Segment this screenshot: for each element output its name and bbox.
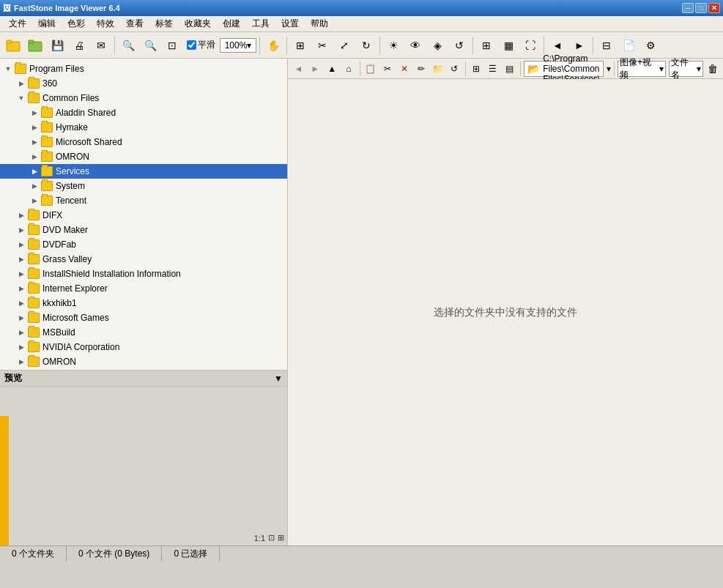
sort-dropdown-icon[interactable]: ▾ <box>697 64 701 74</box>
tb-prev[interactable]: ◄ <box>547 35 568 56</box>
tb-brightness[interactable]: ☀ <box>383 35 404 56</box>
expand-root[interactable]: ▼ <box>3 64 13 74</box>
expand-omron1[interactable]: ▶ <box>29 152 40 162</box>
menu-file[interactable]: 文件 <box>3 16 32 31</box>
file-type-dropdown-icon[interactable]: ▾ <box>659 64 664 74</box>
tree-item-system[interactable]: ▶ System <box>0 179 287 193</box>
nav-home-button[interactable]: ⌂ <box>341 61 357 77</box>
nav-details-button[interactable]: ▤ <box>502 61 517 77</box>
sort-selector[interactable]: 文件名 ▾ <box>669 61 704 77</box>
expand-services[interactable]: ▶ <box>29 166 40 176</box>
expand-installshield[interactable]: ▶ <box>16 269 26 279</box>
tb-folder-tree[interactable] <box>25 35 45 56</box>
tree-item-ms-shared[interactable]: ▶ Microsoft Shared <box>0 135 287 149</box>
expand-ie[interactable]: ▶ <box>16 283 26 294</box>
expand-system[interactable]: ▶ <box>29 181 40 191</box>
nav-move-button[interactable]: ✂ <box>379 61 395 77</box>
expand-msbuild[interactable]: ▶ <box>16 327 26 338</box>
tree-root[interactable]: ▼ Program Files <box>0 62 287 76</box>
expand-difx[interactable]: ▶ <box>16 210 26 220</box>
expand-common-files[interactable]: ▼ <box>16 93 26 103</box>
nav-forward-button[interactable]: ► <box>308 61 323 77</box>
tb-multipage[interactable]: 📄 <box>618 35 639 56</box>
menu-help[interactable]: 帮助 <box>305 16 334 31</box>
menu-color[interactable]: 色彩 <box>62 16 91 31</box>
tree-item-omron2[interactable]: ▶ OMRON <box>0 354 287 369</box>
menu-edit[interactable]: 编辑 <box>32 16 62 31</box>
tb-fullscreen[interactable]: ⛶ <box>520 35 541 56</box>
tb-save[interactable]: 💾 <box>47 35 67 56</box>
preview-expand-icon[interactable]: ⊞ <box>278 533 284 543</box>
expand-grass-valley[interactable]: ▶ <box>16 254 26 264</box>
nav-newfolder-button[interactable]: 📁 <box>430 61 445 77</box>
menu-create[interactable]: 创建 <box>217 16 246 31</box>
expand-ms-shared[interactable]: ▶ <box>29 137 40 147</box>
nav-list-button[interactable]: ☰ <box>486 61 501 77</box>
menu-effects[interactable]: 特效 <box>91 16 120 31</box>
close-button[interactable]: ✕ <box>708 3 720 13</box>
trash-button[interactable]: 🗑 <box>705 61 720 77</box>
tb-next[interactable]: ► <box>569 35 590 56</box>
tb-print[interactable]: 🖨 <box>69 35 89 56</box>
tb-sharpen[interactable]: ◈ <box>427 35 448 56</box>
tb-hand[interactable]: ✋ <box>263 35 283 56</box>
tb-redEye[interactable]: 👁 <box>405 35 426 56</box>
tree-item-kkxhikb1[interactable]: ▶ kkxhikb1 <box>0 296 287 310</box>
expand-msgames[interactable]: ▶ <box>16 313 26 323</box>
tree-item-services[interactable]: ▶ Services <box>0 164 287 179</box>
address-bar[interactable]: 📂 C:\Program Files\Common Files\Services… <box>524 61 604 77</box>
expand-dvdmaker[interactable]: ▶ <box>16 225 26 235</box>
tb-crop[interactable]: ✂ <box>312 35 333 56</box>
expand-tencent[interactable]: ▶ <box>29 196 40 206</box>
tree-item-omron1[interactable]: ▶ OMRON <box>0 149 287 164</box>
nav-back-button[interactable]: ◄ <box>291 61 306 77</box>
address-dropdown[interactable]: ▾ <box>607 64 611 74</box>
nav-delete-button[interactable]: ✕ <box>396 61 412 77</box>
expand-hymake[interactable]: ▶ <box>29 122 40 133</box>
tb-settings2[interactable]: ⚙ <box>640 35 661 56</box>
smooth-checkbox[interactable]: 平滑 <box>184 39 218 51</box>
menu-tags[interactable]: 标签 <box>149 16 179 31</box>
preview-collapse-icon[interactable]: ▼ <box>274 373 283 384</box>
tb-zoom-in[interactable]: 🔍 <box>118 35 138 56</box>
zoom-dropdown-icon[interactable]: ▾ <box>247 40 251 51</box>
tree-item-tencent[interactable]: ▶ Tencent <box>0 193 287 208</box>
tree-item-ie[interactable]: ▶ Internet Explorer <box>0 281 287 296</box>
tree-item-dvdmaker[interactable]: ▶ DVD Maker <box>0 223 287 237</box>
tree-item-360[interactable]: ▶ 360 <box>0 76 287 91</box>
nav-rename-button[interactable]: ✏ <box>413 61 429 77</box>
tree-item-grass-valley[interactable]: ▶ Grass Valley <box>0 252 287 267</box>
nav-copy-button[interactable]: 📋 <box>363 61 378 77</box>
tree-item-common-files[interactable]: ▼ Common Files <box>0 91 287 105</box>
expand-360[interactable]: ▶ <box>16 78 26 89</box>
expand-dvdfab[interactable]: ▶ <box>16 239 26 250</box>
tb-refresh[interactable]: ↺ <box>449 35 470 56</box>
preview-fit-icon[interactable]: ⊡ <box>268 533 275 543</box>
nav-refresh-button[interactable]: ↺ <box>447 61 462 77</box>
tb-resize[interactable]: ⤢ <box>334 35 355 56</box>
tb-rotate[interactable]: ↻ <box>356 35 377 56</box>
expand-aladdin[interactable]: ▶ <box>29 108 40 118</box>
tree-item-difx[interactable]: ▶ DIFX <box>0 208 287 223</box>
menu-settings[interactable]: 设置 <box>275 16 305 31</box>
minimize-button[interactable]: ─ <box>682 3 694 13</box>
menu-tools[interactable]: 工具 <box>246 16 275 31</box>
tree-area[interactable]: ▼ Program Files ▶ 360 ▼ Common Files ▶ A… <box>0 59 287 370</box>
tree-item-aladdin[interactable]: ▶ Aladdin Shared <box>0 105 287 120</box>
tree-item-nvidia[interactable]: ▶ NVIDIA Corporation <box>0 340 287 354</box>
tb-actual-size[interactable]: ⊡ <box>162 35 182 56</box>
tree-item-hymake[interactable]: ▶ Hymake <box>0 120 287 135</box>
tb-filmstrip[interactable]: ▦ <box>498 35 519 56</box>
tb-thumbnail[interactable]: ⊞ <box>476 35 497 56</box>
tb-select[interactable]: ⊞ <box>290 35 311 56</box>
tree-item-dvdfab[interactable]: ▶ DVDFab <box>0 237 287 252</box>
menu-view[interactable]: 查看 <box>120 16 149 31</box>
tree-item-installshield[interactable]: ▶ InstallShield Installation Information <box>0 267 287 281</box>
nav-up-button[interactable]: ▲ <box>325 61 340 77</box>
menu-favorites[interactable]: 收藏夹 <box>179 16 217 31</box>
expand-nvidia[interactable]: ▶ <box>16 342 26 352</box>
tb-zoom-out[interactable]: 🔍 <box>140 35 160 56</box>
file-type-selector[interactable]: 图像+视频 ▾ <box>618 61 665 77</box>
smooth-check[interactable] <box>187 40 196 50</box>
tb-open-folder[interactable] <box>3 35 23 56</box>
